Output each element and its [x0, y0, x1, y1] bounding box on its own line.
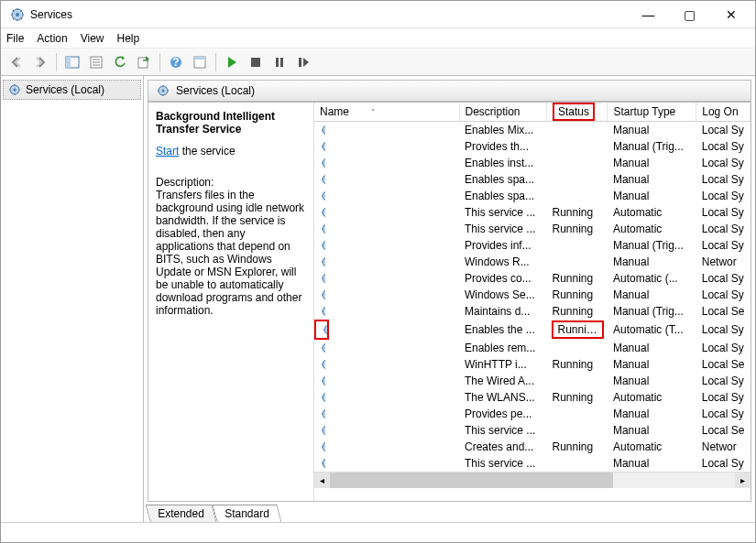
- table-row[interactable]: Work FoldersThis service ...ManualLocal …: [314, 422, 751, 439]
- list-header-label: Services (Local): [176, 84, 255, 97]
- detail-pane: Background Intelligent Transfer Service …: [148, 103, 313, 501]
- service-name-cell[interactable]: Workstation: [314, 439, 325, 455]
- service-name-cell[interactable]: Windows Mixed Reality Op...: [314, 122, 325, 138]
- pause-service-button[interactable]: [269, 52, 290, 72]
- column-startup[interactable]: Startup Type: [608, 103, 696, 122]
- tab-standard[interactable]: Standard: [212, 505, 281, 522]
- tabs: Extended Standard: [144, 502, 755, 522]
- close-button[interactable]: ✕: [710, 2, 751, 27]
- service-name-cell[interactable]: Windows Perception Simul...: [314, 188, 325, 204]
- service-name-cell[interactable]: Wired AutoConfig: [314, 373, 325, 389]
- app-icon: [10, 7, 25, 22]
- service-name-cell[interactable]: Windows Update Medic Ser...: [314, 340, 325, 356]
- svg-point-46: [328, 329, 330, 331]
- restart-service-button[interactable]: [293, 52, 313, 72]
- svg-rect-13: [251, 58, 260, 67]
- service-name-cell[interactable]: Work Folders: [314, 422, 325, 439]
- table-row[interactable]: Wired AutoConfigThe Wired A...ManualLoca…: [314, 373, 751, 389]
- service-name-cell[interactable]: WinHTTP Web Proxy Auto-...: [314, 356, 325, 373]
- table-row[interactable]: WorkstationCreates and...RunningAutomati…: [314, 439, 751, 455]
- export-button[interactable]: [134, 52, 154, 72]
- service-name-cell[interactable]: Windows Perception Service: [314, 171, 325, 188]
- table-row[interactable]: Windows PushToInstall Serv...Provides in…: [314, 237, 751, 254]
- menu-action[interactable]: Action: [37, 32, 67, 45]
- back-button[interactable]: [6, 52, 27, 72]
- start-link[interactable]: Start: [156, 145, 179, 157]
- table-row[interactable]: Windows Perception ServiceEnables spa...…: [314, 171, 751, 188]
- properties2-button[interactable]: [190, 52, 210, 72]
- menu-file[interactable]: File: [6, 32, 24, 45]
- scroll-left-icon[interactable]: ◂: [314, 472, 330, 488]
- svg-rect-16: [299, 58, 301, 67]
- refresh-button[interactable]: [110, 52, 130, 72]
- show-hide-tree-button[interactable]: [62, 52, 82, 72]
- service-name-cell[interactable]: Windows Security Service: [314, 287, 325, 303]
- scroll-right-icon[interactable]: ▸: [735, 472, 751, 488]
- service-name-cell[interactable]: Windows Push Notificatio...: [314, 221, 325, 237]
- table-row[interactable]: Windows UpdateEnables the ...RunningAuto…: [314, 320, 751, 340]
- service-name-cell[interactable]: Windows PushToInstall Serv...: [314, 237, 325, 254]
- maximize-button[interactable]: ▢: [669, 2, 710, 27]
- service-name-cell[interactable]: WWAN AutoConfig: [314, 455, 325, 472]
- table-row[interactable]: WLAN AutoConfigThe WLANS...RunningAutoma…: [314, 389, 751, 406]
- column-status[interactable]: Status: [546, 103, 607, 122]
- tree-pane: Services (Local): [1, 76, 144, 522]
- toolbar: ?: [1, 49, 755, 76]
- table-row[interactable]: Windows Update Medic Ser...Enables rem..…: [314, 340, 751, 356]
- table-row[interactable]: WWAN AutoConfigThis service ...ManualLoc…: [314, 455, 751, 472]
- menu-view[interactable]: View: [81, 32, 104, 45]
- svg-point-45: [324, 325, 329, 334]
- table-row[interactable]: Windows Mobile Hotspot S...Provides th..…: [314, 138, 751, 155]
- service-name-cell[interactable]: WLAN AutoConfig: [314, 389, 325, 406]
- svg-rect-14: [276, 58, 279, 67]
- table-row[interactable]: Windows Push Notificatio...This service …: [314, 221, 751, 237]
- svg-rect-12: [194, 57, 205, 60]
- table-row[interactable]: WMI Performance AdapterProvides pe...Man…: [314, 406, 751, 422]
- start-service-button[interactable]: [222, 52, 242, 72]
- tab-extended[interactable]: Extended: [145, 505, 216, 522]
- table-row[interactable]: Windows Modules InstallerEnables inst...…: [314, 155, 751, 171]
- gear-icon: [156, 83, 170, 98]
- column-name[interactable]: Name˄: [314, 103, 459, 122]
- statusbar: [1, 522, 755, 542]
- service-name-cell[interactable]: Windows Remote Manage...: [314, 254, 325, 270]
- table-row[interactable]: WinHTTP Web Proxy Auto-...WinHTTP i...Ru…: [314, 356, 751, 373]
- svg-point-18: [14, 89, 16, 92]
- window-title: Services: [30, 8, 628, 21]
- service-name-cell[interactable]: Windows Push Notificatio...: [314, 204, 325, 221]
- tree-item-label: Services (Local): [26, 83, 104, 96]
- list-header: Services (Local): [148, 80, 751, 102]
- table-row[interactable]: Windows Mixed Reality Op...Enables Mix..…: [314, 122, 751, 139]
- horizontal-scrollbar[interactable]: ◂ ▸: [314, 472, 751, 487]
- forward-button[interactable]: [30, 52, 50, 72]
- service-table[interactable]: Name˄ Description Status Startup Type Lo…: [313, 103, 751, 501]
- table-row[interactable]: Windows SearchProvides co...RunningAutom…: [314, 270, 751, 287]
- service-name-cell[interactable]: Windows Mobile Hotspot S...: [314, 138, 325, 155]
- stop-service-button[interactable]: [246, 52, 266, 72]
- service-name-cell[interactable]: WMI Performance Adapter: [314, 406, 325, 422]
- service-name-cell[interactable]: Windows Update: [314, 320, 329, 340]
- menubar: File Action View Help: [1, 28, 755, 49]
- svg-point-1: [16, 13, 19, 16]
- tree-item-services-local[interactable]: Services (Local): [3, 80, 141, 100]
- table-row[interactable]: Windows TimeMaintains d...RunningManual …: [314, 303, 751, 320]
- service-name-cell[interactable]: Windows Time: [314, 303, 325, 320]
- table-row[interactable]: Windows Push Notificatio...This service …: [314, 204, 751, 221]
- table-row[interactable]: Windows Remote Manage...Windows R...Manu…: [314, 254, 751, 270]
- sort-indicator-icon: ˄: [371, 108, 376, 117]
- menu-help[interactable]: Help: [117, 32, 140, 45]
- table-row[interactable]: Windows Perception Simul...Enables spa..…: [314, 188, 751, 204]
- description-text: Transfers files in the background using …: [156, 189, 306, 317]
- table-row[interactable]: Windows Security ServiceWindows Se...Run…: [314, 287, 751, 303]
- selected-service-title: Background Intelligent Transfer Service: [156, 110, 306, 136]
- column-description[interactable]: Description: [459, 103, 546, 122]
- column-logon[interactable]: Log On: [696, 103, 751, 122]
- service-name-cell[interactable]: Windows Search: [314, 270, 325, 287]
- svg-point-20: [162, 90, 165, 92]
- properties-button[interactable]: [86, 52, 106, 72]
- description-label: Description:: [156, 176, 306, 189]
- service-action: Start the service: [156, 145, 306, 157]
- minimize-button[interactable]: —: [628, 2, 669, 27]
- help-button[interactable]: ?: [166, 52, 186, 72]
- service-name-cell[interactable]: Windows Modules Installer: [314, 155, 325, 171]
